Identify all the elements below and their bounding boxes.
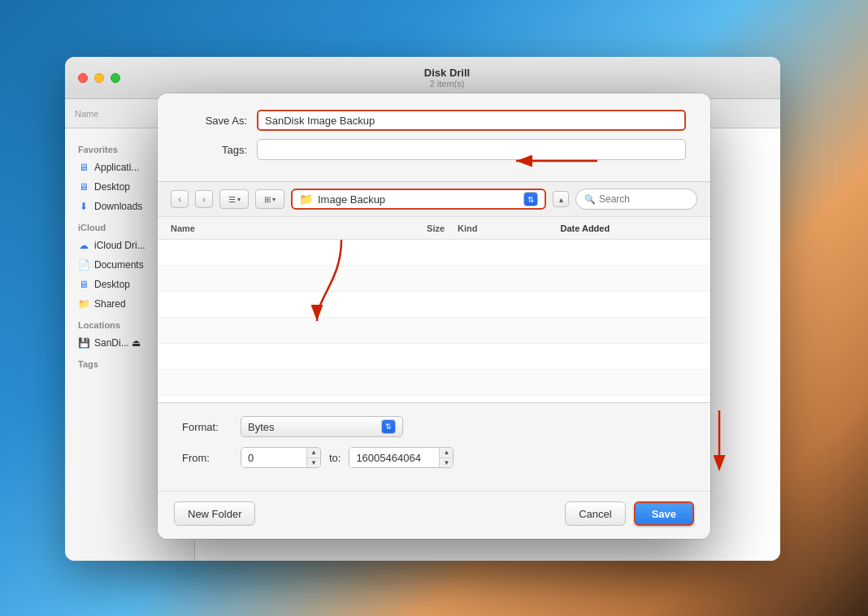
spinner-arrows: ⇅ bbox=[527, 195, 534, 204]
from-label: From: bbox=[182, 452, 231, 464]
file-list-body bbox=[158, 240, 710, 402]
grid-view-button[interactable]: ⊞ ▾ bbox=[255, 189, 284, 209]
save-as-input[interactable] bbox=[257, 110, 686, 131]
annotation-arrow-2 bbox=[309, 232, 374, 329]
file-row[interactable] bbox=[158, 344, 710, 370]
format-value: Bytes bbox=[248, 421, 275, 433]
save-button[interactable]: Save bbox=[634, 501, 694, 526]
save-dialog: Save As: Tags: ‹ › ☰ ▾ bbox=[158, 93, 710, 539]
grid-view-icon: ⊞ bbox=[264, 195, 271, 204]
browser-toolbar: ‹ › ☰ ▾ ⊞ ▾ 📁 Image Backup ⇅ bbox=[158, 182, 710, 217]
col-kind-header: Kind bbox=[458, 223, 560, 233]
list-view-arrow: ▾ bbox=[237, 196, 241, 203]
dialog-form-area: Save As: Tags: bbox=[158, 93, 710, 181]
save-as-label: Save As: bbox=[182, 115, 247, 127]
file-row[interactable] bbox=[158, 292, 710, 318]
expand-button[interactable]: ▴ bbox=[553, 191, 569, 207]
tags-input[interactable] bbox=[257, 139, 686, 160]
dialog-overlay: Save As: Tags: ‹ › ☰ ▾ bbox=[0, 0, 868, 616]
grid-view-arrow: ▾ bbox=[272, 196, 276, 203]
col-size-header: Size bbox=[376, 223, 458, 233]
dropdown-arrows: ⇅ bbox=[385, 423, 392, 431]
tags-row: Tags: bbox=[182, 139, 686, 160]
format-select[interactable]: Bytes ⇅ bbox=[241, 416, 403, 437]
file-row[interactable] bbox=[158, 266, 710, 292]
to-decrement-button[interactable]: ▼ bbox=[440, 458, 453, 468]
format-label: Format: bbox=[182, 421, 231, 433]
file-browser: ‹ › ☰ ▾ ⊞ ▾ 📁 Image Backup ⇅ bbox=[158, 181, 710, 403]
to-stepper[interactable]: ▲ ▼ bbox=[349, 447, 454, 468]
file-list-header: Name Size Kind Date Added bbox=[158, 217, 710, 240]
dialog-bottom-form: Format: Bytes ⇅ From: ▲ ▼ to: bbox=[158, 403, 710, 491]
location-dropdown[interactable]: 📁 Image Backup ⇅ bbox=[291, 189, 546, 210]
save-as-input-wrapper bbox=[257, 110, 686, 131]
forward-button[interactable]: › bbox=[195, 190, 213, 208]
tags-label: Tags: bbox=[182, 144, 247, 156]
list-view-icon: ☰ bbox=[228, 195, 236, 204]
location-spinner: ⇅ bbox=[523, 192, 538, 206]
format-row: Format: Bytes ⇅ bbox=[182, 416, 686, 437]
to-input[interactable] bbox=[349, 448, 439, 467]
tags-input-wrapper bbox=[257, 139, 686, 160]
save-as-row: Save As: bbox=[182, 110, 686, 131]
from-decrement-button[interactable]: ▼ bbox=[307, 458, 320, 468]
to-stepper-buttons: ▲ ▼ bbox=[439, 448, 453, 467]
annotation-arrow-3 bbox=[707, 406, 731, 471]
search-box[interactable]: 🔍 bbox=[575, 189, 697, 210]
from-stepper[interactable]: ▲ ▼ bbox=[241, 447, 321, 468]
back-button[interactable]: ‹ bbox=[171, 190, 189, 208]
range-row: From: ▲ ▼ to: ▲ ▼ bbox=[182, 447, 686, 468]
to-label: to: bbox=[329, 452, 341, 464]
from-increment-button[interactable]: ▲ bbox=[307, 448, 320, 458]
format-dropdown-icon: ⇅ bbox=[381, 419, 396, 434]
cancel-button[interactable]: Cancel bbox=[565, 501, 625, 526]
location-name: Image Backup bbox=[318, 193, 519, 206]
annotation-arrow-1 bbox=[508, 149, 605, 173]
to-increment-button[interactable]: ▲ bbox=[440, 448, 453, 458]
file-row[interactable] bbox=[158, 240, 710, 266]
search-icon: 🔍 bbox=[584, 194, 596, 205]
list-view-button[interactable]: ☰ ▾ bbox=[219, 189, 249, 209]
folder-icon: 📁 bbox=[299, 193, 313, 206]
right-buttons: Cancel Save bbox=[565, 501, 694, 526]
search-input[interactable] bbox=[599, 193, 688, 205]
dialog-buttons: New Folder Cancel Save bbox=[158, 491, 710, 539]
from-input[interactable] bbox=[241, 448, 306, 467]
col-date-header: Date Added bbox=[560, 223, 697, 233]
file-row[interactable] bbox=[158, 370, 710, 396]
from-stepper-buttons: ▲ ▼ bbox=[306, 448, 320, 467]
file-row[interactable] bbox=[158, 318, 710, 344]
new-folder-button[interactable]: New Folder bbox=[174, 501, 255, 526]
